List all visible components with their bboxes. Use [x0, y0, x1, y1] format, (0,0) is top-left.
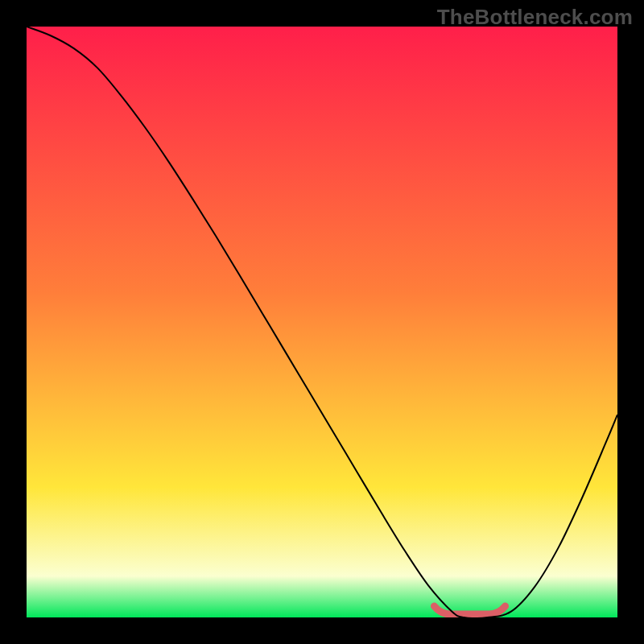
chart-background-gradient: [27, 27, 617, 617]
watermark-text: TheBottleneck.com: [437, 5, 633, 30]
chart-frame: TheBottleneck.com: [0, 0, 644, 644]
bottleneck-chart: [0, 0, 644, 644]
